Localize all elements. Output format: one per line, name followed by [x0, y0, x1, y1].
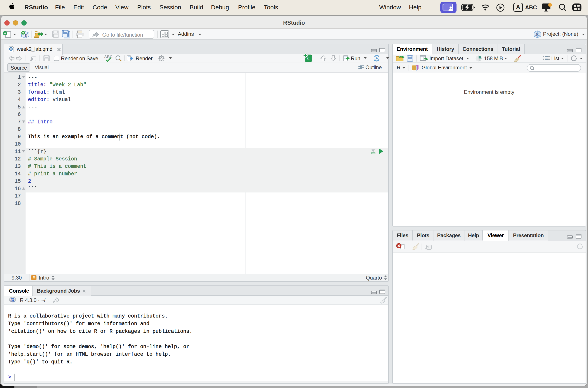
svg-text:R: R	[536, 32, 539, 37]
svg-text:R: R	[25, 34, 27, 38]
svg-text:R: R	[11, 297, 15, 303]
